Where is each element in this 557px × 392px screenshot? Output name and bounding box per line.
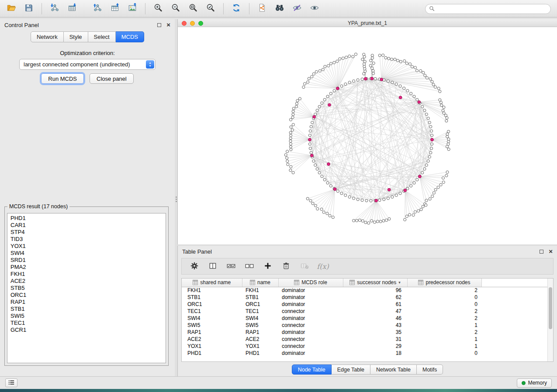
network-node[interactable] (416, 98, 419, 101)
network-node[interactable] (429, 78, 432, 80)
network-node[interactable] (289, 145, 292, 148)
network-node[interactable] (383, 198, 385, 201)
network-node[interactable] (445, 174, 448, 177)
network-node[interactable] (426, 76, 428, 79)
network-node[interactable] (371, 67, 374, 69)
network-node[interactable] (367, 222, 370, 224)
network-node[interactable] (296, 100, 299, 102)
network-node[interactable] (289, 169, 292, 172)
network-node[interactable] (354, 53, 357, 55)
network-node[interactable] (415, 69, 418, 72)
dominator-node[interactable] (333, 188, 336, 191)
network-node[interactable] (311, 121, 314, 124)
network-node[interactable] (361, 58, 364, 61)
mcds-result-item[interactable]: SWI4 (10, 250, 166, 257)
dominator-node[interactable] (418, 100, 421, 103)
dominator-node[interactable] (431, 138, 434, 141)
network-node[interactable] (286, 150, 289, 153)
network-node[interactable] (442, 109, 444, 112)
network-node[interactable] (372, 72, 375, 75)
network-node[interactable] (356, 219, 358, 222)
search-box[interactable] (425, 4, 551, 14)
network-node[interactable] (308, 134, 311, 137)
network-node[interactable] (363, 72, 365, 75)
network-node[interactable] (421, 105, 424, 108)
network-node[interactable] (379, 220, 382, 223)
search-input[interactable] (437, 6, 547, 12)
network-node[interactable] (373, 221, 376, 224)
dominator-node[interactable] (327, 163, 330, 166)
zoom-fit-button[interactable] (185, 2, 201, 16)
dominator-node[interactable] (310, 154, 313, 157)
network-node[interactable] (420, 208, 422, 211)
table-row[interactable]: YOX1YOX1connector291 (182, 343, 548, 350)
table-row[interactable]: PHD1PHD1dominator180 (182, 350, 548, 357)
dominator-node[interactable] (404, 189, 407, 192)
network-node[interactable] (439, 90, 441, 93)
network-node[interactable] (292, 123, 294, 126)
network-node[interactable] (437, 186, 439, 189)
zoom-out-button[interactable] (168, 2, 183, 16)
network-node[interactable] (290, 165, 292, 168)
dominator-node[interactable] (313, 115, 316, 118)
network-node[interactable] (425, 204, 427, 206)
network-node[interactable] (329, 185, 332, 187)
mcds-result-item[interactable]: PHD1 (10, 215, 166, 222)
dominator-node[interactable] (308, 138, 311, 141)
network-node[interactable] (427, 117, 429, 120)
dominator-node[interactable] (387, 188, 391, 191)
mcds-result-item[interactable]: CAR1 (10, 222, 166, 229)
network-node[interactable] (443, 112, 445, 114)
table-row[interactable]: SWI5SWI5connector431 (182, 322, 548, 329)
network-node[interactable] (429, 125, 432, 128)
network-node[interactable] (365, 199, 368, 202)
network-node[interactable] (289, 143, 292, 145)
network-node[interactable] (359, 219, 361, 221)
network-node[interactable] (431, 80, 433, 83)
network-node[interactable] (425, 164, 428, 166)
network-node[interactable] (405, 62, 408, 65)
run-mcds-button[interactable]: Run MCDS (41, 73, 84, 84)
network-node[interactable] (372, 62, 375, 65)
network-node[interactable] (353, 80, 355, 83)
table-row[interactable]: ACE2ACE2connector311 (182, 336, 548, 343)
network-node[interactable] (445, 120, 448, 122)
network-node[interactable] (428, 121, 431, 124)
network-node[interactable] (413, 95, 415, 98)
network-node[interactable] (408, 213, 411, 216)
network-node[interactable] (446, 145, 448, 148)
network-node[interactable] (291, 116, 294, 119)
network-node[interactable] (410, 92, 412, 95)
mcds-result-item[interactable]: ORC1 (10, 292, 166, 299)
network-node[interactable] (321, 102, 323, 104)
network-node[interactable] (315, 70, 318, 73)
close-window-icon[interactable] (182, 21, 187, 26)
network-node[interactable] (340, 85, 343, 87)
float-panel-icon[interactable] (157, 23, 161, 27)
tab-network-table[interactable]: Network Table (370, 364, 417, 375)
network-node[interactable] (431, 143, 433, 145)
network-node[interactable] (369, 64, 372, 67)
network-node[interactable] (397, 59, 399, 62)
network-node[interactable] (292, 113, 294, 116)
criterion-dropdown[interactable]: largest connected component (undirected)… (19, 59, 156, 70)
function-builder-button[interactable]: f(x) (315, 260, 330, 273)
network-node[interactable] (372, 69, 374, 72)
column-header-name[interactable]: name (242, 279, 278, 287)
network-node[interactable] (321, 175, 323, 178)
network-node[interactable] (429, 198, 431, 200)
network-node[interactable] (311, 202, 314, 205)
network-node[interactable] (361, 220, 364, 222)
network-node[interactable] (384, 56, 387, 59)
apply-layout-button[interactable] (228, 2, 244, 16)
network-node[interactable] (308, 77, 310, 80)
network-node[interactable] (447, 130, 450, 133)
dominator-node[interactable] (380, 78, 383, 81)
table-row[interactable]: RAP1RAP1dominator352 (182, 329, 548, 336)
network-node[interactable] (391, 81, 394, 84)
network-node[interactable] (363, 63, 366, 65)
close-table-panel-icon[interactable]: × (549, 249, 553, 254)
network-node[interactable] (425, 199, 428, 202)
network-node[interactable] (309, 147, 311, 150)
network-node[interactable] (336, 60, 339, 62)
